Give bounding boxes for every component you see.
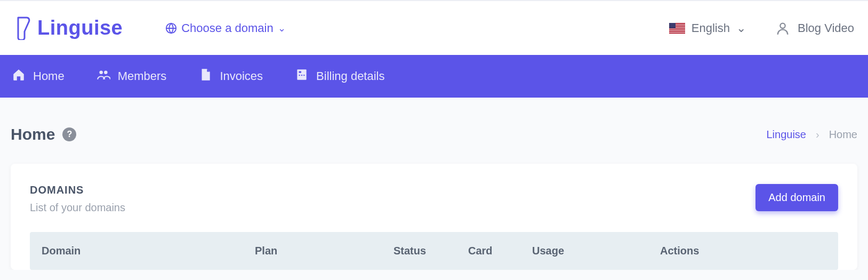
- nav-billing[interactable]: Billing details: [295, 68, 384, 85]
- breadcrumb-current: Home: [829, 129, 857, 141]
- breadcrumb-root[interactable]: Linguise: [766, 129, 806, 141]
- help-icon[interactable]: ?: [62, 127, 76, 141]
- globe-icon: [165, 22, 177, 34]
- flag-us-icon: [669, 23, 685, 34]
- invoice-icon: [198, 68, 212, 85]
- billing-icon: [295, 68, 309, 85]
- chevron-right-icon: ›: [816, 129, 819, 141]
- main-nav: Home Members Invoices Billing details: [0, 55, 868, 98]
- nav-invoices-label: Invoices: [220, 69, 263, 83]
- breadcrumb: Linguise › Home: [766, 129, 857, 141]
- nav-home-label: Home: [33, 69, 65, 83]
- col-usage: Usage: [532, 245, 660, 257]
- home-icon: [12, 68, 26, 85]
- nav-billing-label: Billing details: [316, 69, 384, 83]
- domains-card-subtitle: List of your domains: [30, 202, 125, 214]
- nav-home[interactable]: Home: [12, 68, 65, 85]
- user-name: Blog Video: [798, 21, 854, 35]
- logo-mark-icon: [14, 17, 32, 40]
- brand-name: Linguise: [37, 17, 123, 39]
- svg-rect-8: [303, 75, 304, 76]
- language-picker[interactable]: English ⌄: [669, 21, 746, 35]
- page-title-wrap: Home ?: [11, 125, 76, 143]
- domain-picker-label: Choose a domain: [181, 21, 273, 35]
- svg-rect-6: [299, 75, 300, 76]
- svg-point-1: [780, 23, 785, 28]
- domains-card: DOMAINS List of your domains Add domain …: [11, 164, 857, 270]
- svg-point-3: [104, 70, 108, 74]
- domains-card-title: DOMAINS: [30, 184, 125, 196]
- topbar: Linguise Choose a domain ⌄ English ⌄ Blo…: [0, 0, 868, 55]
- nav-members[interactable]: Members: [97, 68, 167, 85]
- col-domain: Domain: [42, 245, 255, 257]
- domains-card-header: DOMAINS List of your domains Add domain: [30, 184, 838, 214]
- chevron-down-icon: ⌄: [278, 22, 286, 34]
- user-icon: [775, 21, 790, 36]
- page-header: Home ? Linguise › Home: [0, 98, 868, 164]
- col-status: Status: [393, 245, 468, 257]
- svg-rect-5: [299, 71, 301, 73]
- col-card: Card: [468, 245, 532, 257]
- col-actions: Actions: [660, 245, 826, 257]
- add-domain-button[interactable]: Add domain: [756, 184, 838, 211]
- domains-table-header: Domain Plan Status Card Usage Actions: [30, 232, 838, 270]
- nav-members-label: Members: [118, 69, 167, 83]
- chevron-down-icon: ⌄: [736, 21, 746, 35]
- brand-logo[interactable]: Linguise: [14, 17, 123, 40]
- domain-picker[interactable]: Choose a domain ⌄: [165, 21, 285, 35]
- members-icon: [97, 68, 110, 85]
- user-menu[interactable]: Blog Video: [775, 21, 854, 36]
- language-label: English: [692, 21, 730, 35]
- svg-rect-7: [301, 75, 302, 76]
- col-plan: Plan: [255, 245, 393, 257]
- nav-invoices[interactable]: Invoices: [198, 68, 263, 85]
- domains-card-title-block: DOMAINS List of your domains: [30, 184, 125, 214]
- svg-point-2: [99, 70, 103, 74]
- page-title: Home: [11, 125, 55, 143]
